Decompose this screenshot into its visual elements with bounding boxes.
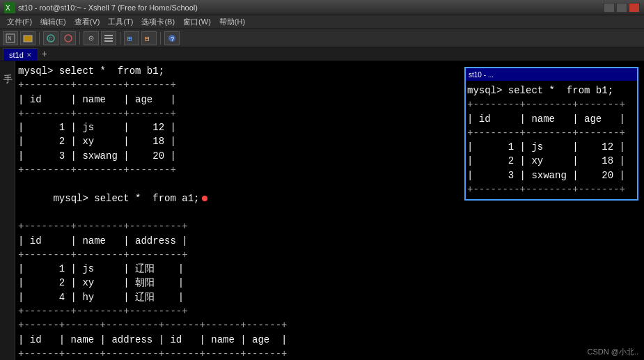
menu-tools[interactable]: 工具(T) <box>104 17 137 27</box>
toolbar-sep-3 <box>120 32 120 45</box>
toolbar-sep-2 <box>79 32 80 45</box>
popup-window: st10 - ... mysql> select * from b1; +---… <box>464 67 638 201</box>
title-text: st10 - root@st10:~ - Xshell 7 (Free for … <box>18 3 198 12</box>
tab-label: st1d <box>9 51 24 59</box>
popup-border-2: +--------+--------+-------+ <box>467 126 636 140</box>
popup-row-text-2: | 2 | xy | 18 | <box>467 155 625 166</box>
menu-tabs[interactable]: 选项卡(B) <box>137 17 179 27</box>
tab-close-icon[interactable]: ✕ <box>26 52 32 58</box>
toolbar-connect[interactable]: C <box>43 31 58 45</box>
header-text-1: | id | name | age | <box>18 94 176 105</box>
terminal-content[interactable]: mysql> select * from b1; +--------+-----… <box>15 61 644 360</box>
red-dot-indicator <box>202 196 207 201</box>
toolbar-open[interactable] <box>20 31 36 45</box>
term-header-2: | id | name | address | <box>18 234 644 248</box>
menu-edit[interactable]: 编辑(E) <box>36 17 70 27</box>
menu-view[interactable]: 查看(V) <box>70 17 104 27</box>
maximize-button[interactable] <box>616 3 627 13</box>
close-button[interactable] <box>629 3 640 13</box>
cmd-text-1: mysql> select * from b1; <box>18 65 164 77</box>
border-text-2: +--------+--------+-------+ <box>18 108 176 119</box>
app-icon: X <box>4 2 15 13</box>
border-text-4: +--------+--------+---------+ <box>18 221 188 232</box>
terminal-area: 手 mysql> select * from b1; +--------+---… <box>0 61 644 360</box>
popup-border-text-1: +--------+--------+-------+ <box>467 99 625 110</box>
toolbar: N C ⊞ ⊟ ? <box>0 29 644 47</box>
header-text-2: | id | name | address | <box>18 235 188 246</box>
title-bar: X st10 - root@st10:~ - Xshell 7 (Free fo… <box>0 0 644 15</box>
menu-bar: 文件(F) 编辑(E) 查看(V) 工具(T) 选项卡(B) 窗口(W) 帮助(… <box>0 15 644 29</box>
tab-bar: st1d ✕ + <box>0 47 644 61</box>
term-border-4: +--------+--------+---------+ <box>18 219 644 233</box>
left-sidebar: 手 <box>0 61 15 360</box>
row-text-4: | 1 | js | 辽阳 | <box>18 263 184 274</box>
popup-content: mysql> select * from b1; +--------+-----… <box>466 81 637 199</box>
term-join-border-1: +------+------+---------+------+------+-… <box>18 318 644 332</box>
popup-row-text-1: | 1 | js | 12 | <box>467 141 625 152</box>
popup-title-text: st10 - ... <box>469 71 494 79</box>
watermark-text: CSDN @小北.. <box>587 347 638 356</box>
toolbar-sep-1 <box>39 32 40 45</box>
border-text-5: +--------+--------+---------+ <box>18 249 188 260</box>
tab-add-button[interactable]: + <box>38 48 51 61</box>
svg-text:X: X <box>6 4 10 12</box>
join-header-text: | id | name | address | id | name | age … <box>18 334 287 345</box>
toolbar-properties[interactable] <box>101 31 116 45</box>
minimize-button[interactable] <box>604 3 615 13</box>
svg-rect-10 <box>104 35 113 36</box>
menu-window[interactable]: 窗口(W) <box>179 17 215 27</box>
term-row-5: | 2 | xy | 朝阳 | <box>18 276 644 290</box>
toolbar-sep-4 <box>160 32 161 45</box>
popup-header: | id | name | age | <box>467 112 636 126</box>
toolbar-settings[interactable] <box>84 31 99 45</box>
window-controls <box>604 3 640 13</box>
svg-text:⊞: ⊞ <box>127 35 132 43</box>
border-text-3: +--------+--------+-------+ <box>18 164 176 175</box>
svg-rect-11 <box>104 38 113 39</box>
popup-row-2: | 2 | xy | 18 | <box>467 154 636 168</box>
toolbar-extra2[interactable]: ⊟ <box>141 31 157 45</box>
popup-border-text-3: +--------+--------+-------+ <box>467 184 625 195</box>
term-join-border-2: +------+------+---------+------+------+-… <box>18 347 644 360</box>
watermark: CSDN @小北.. <box>587 347 638 357</box>
menu-file[interactable]: 文件(F) <box>3 17 36 27</box>
row-text-1: | 1 | js | 12 | <box>18 122 176 133</box>
svg-point-7 <box>65 35 72 42</box>
row-text-6: | 4 | hy | 辽阳 | <box>18 292 184 303</box>
popup-border-3: +--------+--------+-------+ <box>467 182 636 196</box>
row-text-5: | 2 | xy | 朝阳 | <box>18 277 184 288</box>
term-border-6: +--------+--------+---------+ <box>18 304 644 318</box>
join-border-text-1: +------+------+---------+------+------+-… <box>18 320 287 331</box>
svg-text:?: ? <box>171 36 174 43</box>
svg-rect-4 <box>24 36 32 42</box>
tab-st1d[interactable]: st1d ✕ <box>3 48 38 61</box>
border-text-1: +--------+--------+-------+ <box>18 79 176 91</box>
term-border-5: +--------+--------+---------+ <box>18 248 644 262</box>
join-border-text-2: +------+------+---------+------+------+-… <box>18 348 287 359</box>
popup-title-bar: st10 - ... <box>466 68 637 81</box>
row-text-2: | 2 | xy | 18 | <box>18 136 176 147</box>
toolbar-new[interactable]: N <box>3 31 18 45</box>
popup-border-text-2: +--------+--------+-------+ <box>467 127 625 139</box>
svg-point-9 <box>91 38 92 39</box>
border-text-6: +--------+--------+---------+ <box>18 306 188 317</box>
popup-row-1: | 1 | js | 12 | <box>467 140 636 154</box>
toolbar-disconnect[interactable] <box>61 31 76 45</box>
toolbar-help[interactable]: ? <box>164 31 180 45</box>
menu-help[interactable]: 帮助(H) <box>215 17 249 27</box>
popup-border-1: +--------+--------+-------+ <box>467 97 636 111</box>
popup-header-text: | id | name | age | <box>467 114 625 125</box>
cmd-text-2: mysql> select * from a1; <box>53 193 199 204</box>
toolbar-extra1[interactable]: ⊞ <box>124 31 139 45</box>
term-join-header: | id | name | address | id | name | age … <box>18 333 644 347</box>
svg-text:⊟: ⊟ <box>145 35 150 43</box>
term-row-6: | 4 | hy | 辽阳 | <box>18 290 644 304</box>
popup-line-1: mysql> select * from b1; <box>467 84 636 97</box>
row-text-3: | 3 | sxwang | 20 | <box>18 150 176 162</box>
popup-row-3: | 3 | sxwang | 20 | <box>467 169 636 182</box>
svg-text:C: C <box>49 36 52 42</box>
popup-row-text-3: | 3 | sxwang | 20 | <box>467 170 625 181</box>
svg-text:N: N <box>8 36 11 42</box>
popup-cmd: mysql> select * from b1; <box>467 85 613 96</box>
svg-rect-12 <box>104 40 113 42</box>
